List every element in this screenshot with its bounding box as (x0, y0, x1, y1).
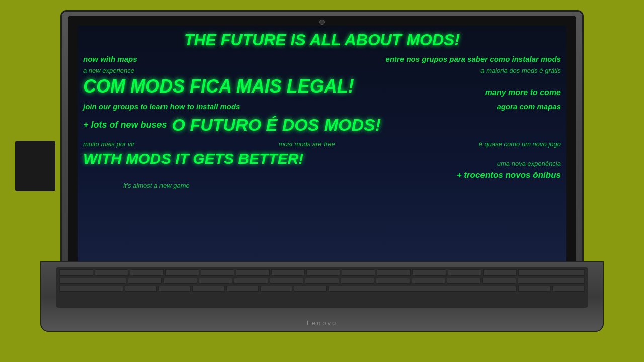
sub3c: most mods are free (279, 140, 335, 148)
sub3d: é quase como um novo jogo (479, 140, 561, 148)
key (377, 269, 411, 276)
sub1b: entre nos grupos para saber como instala… (386, 55, 561, 63)
key (59, 286, 123, 292)
key (199, 278, 232, 284)
key (192, 286, 224, 292)
key (59, 269, 93, 276)
webcam (319, 20, 325, 25)
key (482, 278, 516, 284)
key (294, 286, 326, 292)
key (341, 278, 374, 284)
key (552, 286, 585, 292)
laptop-base: Lenovo (40, 261, 604, 332)
key (165, 269, 199, 276)
key (59, 278, 126, 284)
key (306, 269, 340, 276)
key (448, 269, 481, 276)
sub1c: a new experience (83, 67, 134, 74)
sub4c: it's almost a new game (123, 182, 190, 189)
key (271, 269, 305, 276)
sub1a: now with maps (83, 55, 137, 63)
sub4b: + trocentos novos ônibus (457, 170, 561, 180)
key (130, 269, 164, 276)
key (518, 278, 585, 284)
sub3a: + lots of new buses (83, 120, 167, 130)
key (270, 278, 303, 284)
headline2: COM MODS FICA MAIS LEGAL! (83, 76, 354, 97)
key (447, 278, 480, 284)
key (125, 286, 157, 292)
keyboard (56, 267, 588, 308)
key (518, 269, 585, 276)
key (376, 278, 410, 284)
key (128, 278, 162, 284)
key (260, 286, 292, 292)
key (226, 286, 259, 292)
key (95, 269, 128, 276)
headline4: WITH MODS IT GETS BETTER! (83, 150, 303, 167)
sub2a: many more to come (485, 88, 561, 97)
headline1: THE FUTURE IS ALL ABOUT MODS! (184, 31, 460, 49)
sub1d: a maioria dos mods é grátis (480, 67, 561, 74)
sub2c: agora com mapas (497, 102, 561, 111)
scene: THE FUTURE IS ALL ABOUT MODS! now with m… (0, 0, 644, 362)
key (342, 269, 375, 276)
key (236, 269, 270, 276)
spacebar (328, 286, 517, 292)
sub3b: muito mais por vir (83, 140, 135, 148)
key (518, 286, 550, 292)
key (234, 278, 268, 284)
key (305, 278, 339, 284)
sub4a: uma nova experiência (497, 160, 561, 167)
key (412, 278, 445, 284)
brand-label: Lenovo (307, 319, 338, 327)
key (163, 278, 197, 284)
key (201, 269, 234, 276)
key (483, 269, 517, 276)
key (412, 269, 446, 276)
sub2b: join our groups to learn how to install … (83, 102, 240, 111)
headline3: O FUTURO É DOS MODS! (172, 115, 381, 135)
key (158, 286, 191, 292)
left-object (15, 141, 55, 191)
